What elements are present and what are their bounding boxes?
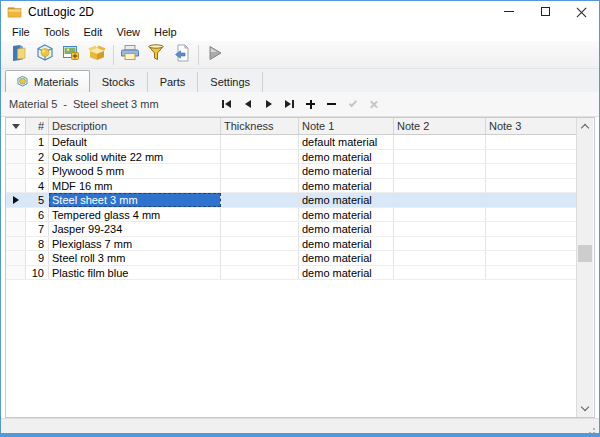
cell-thickness[interactable] bbox=[221, 237, 299, 251]
cell-num[interactable]: 8 bbox=[26, 237, 49, 251]
menu-help[interactable]: Help bbox=[147, 24, 184, 40]
cell-note1[interactable]: demo material bbox=[299, 208, 394, 222]
next-record-button[interactable] bbox=[260, 96, 277, 112]
cell-note2[interactable] bbox=[394, 237, 486, 251]
cell-thickness[interactable] bbox=[221, 193, 299, 207]
menu-file[interactable]: File bbox=[5, 24, 37, 40]
cell-note1[interactable]: demo material bbox=[299, 150, 394, 164]
cell-thickness[interactable] bbox=[221, 179, 299, 193]
cell-num[interactable]: 1 bbox=[26, 135, 49, 149]
cell-num[interactable]: 5 bbox=[26, 193, 49, 207]
cell-note3[interactable] bbox=[486, 179, 576, 193]
scrollbar-thumb[interactable] bbox=[578, 245, 592, 262]
parts-button[interactable] bbox=[84, 43, 110, 67]
tab-settings[interactable]: Settings bbox=[198, 72, 263, 92]
cell-note2[interactable] bbox=[394, 208, 486, 222]
cell-description[interactable]: Steel roll 3 mm bbox=[49, 251, 221, 265]
close-button[interactable] bbox=[563, 1, 599, 22]
maximize-button[interactable] bbox=[527, 1, 563, 22]
cell-thickness[interactable] bbox=[221, 208, 299, 222]
cell-thickness[interactable] bbox=[221, 164, 299, 178]
materials-button[interactable] bbox=[32, 43, 58, 67]
cell-note3[interactable] bbox=[486, 193, 576, 207]
cell-note2[interactable] bbox=[394, 179, 486, 193]
cell-thickness[interactable] bbox=[221, 222, 299, 236]
table-row[interactable]: 9Steel roll 3 mmdemo material bbox=[6, 251, 576, 266]
cell-num[interactable]: 10 bbox=[26, 266, 49, 280]
column-header-num[interactable]: # bbox=[26, 118, 49, 134]
insert-record-button[interactable] bbox=[302, 96, 319, 112]
tab-parts[interactable]: Parts bbox=[148, 72, 199, 92]
menu-view[interactable]: View bbox=[109, 24, 147, 40]
column-header-description[interactable]: Description bbox=[49, 118, 221, 134]
cell-thickness[interactable] bbox=[221, 150, 299, 164]
column-select-button[interactable] bbox=[6, 118, 26, 134]
table-row[interactable]: 10Plastic film bluedemo material bbox=[6, 266, 576, 281]
column-header-thickness[interactable]: Thickness bbox=[221, 118, 299, 134]
cell-note3[interactable] bbox=[486, 237, 576, 251]
last-record-button[interactable] bbox=[281, 96, 298, 112]
table-row[interactable]: 1Defaultdefault material bbox=[6, 135, 576, 150]
cell-thickness[interactable] bbox=[221, 135, 299, 149]
cell-note3[interactable] bbox=[486, 150, 576, 164]
cell-num[interactable]: 7 bbox=[26, 222, 49, 236]
cell-note2[interactable] bbox=[394, 150, 486, 164]
cell-note3[interactable] bbox=[486, 266, 576, 280]
cell-note1[interactable]: demo material bbox=[299, 164, 394, 178]
stocks-button[interactable] bbox=[58, 43, 84, 67]
cell-note2[interactable] bbox=[394, 135, 486, 149]
cell-note2[interactable] bbox=[394, 266, 486, 280]
cell-num[interactable]: 9 bbox=[26, 251, 49, 265]
cell-note1[interactable]: demo material bbox=[299, 179, 394, 193]
cell-thickness[interactable] bbox=[221, 266, 299, 280]
cell-description[interactable]: Plexiglass 7 mm bbox=[49, 237, 221, 251]
title-bar[interactable]: CutLogic 2D bbox=[1, 1, 599, 22]
prior-record-button[interactable] bbox=[239, 96, 256, 112]
resize-grip-icon[interactable] bbox=[593, 428, 595, 430]
column-header-note1[interactable]: Note 1 bbox=[299, 118, 394, 134]
cell-num[interactable]: 6 bbox=[26, 208, 49, 222]
cell-note2[interactable] bbox=[394, 164, 486, 178]
run-button[interactable] bbox=[202, 43, 228, 67]
table-row[interactable]: 6Tempered glass 4 mmdemo material bbox=[6, 208, 576, 223]
cell-description[interactable]: Plywood 5 mm bbox=[49, 164, 221, 178]
cell-description[interactable]: Oak solid white 22 mm bbox=[49, 150, 221, 164]
cell-num[interactable]: 4 bbox=[26, 179, 49, 193]
menu-tools[interactable]: Tools bbox=[37, 24, 77, 40]
cell-note1[interactable]: demo material bbox=[299, 222, 394, 236]
first-record-button[interactable] bbox=[218, 96, 235, 112]
import-button[interactable] bbox=[169, 43, 195, 67]
vertical-scrollbar[interactable] bbox=[576, 118, 593, 417]
print-button[interactable] bbox=[117, 43, 143, 67]
cell-note2[interactable] bbox=[394, 193, 486, 207]
tab-stocks[interactable]: Stocks bbox=[90, 72, 148, 92]
menu-edit[interactable]: Edit bbox=[76, 24, 109, 40]
cell-note1[interactable]: demo material bbox=[299, 193, 394, 207]
cell-description[interactable]: Steel sheet 3 mm bbox=[49, 193, 221, 207]
table-row[interactable]: 8Plexiglass 7 mmdemo material bbox=[6, 237, 576, 252]
cell-note2[interactable] bbox=[394, 251, 486, 265]
table-row[interactable]: 3Plywood 5 mmdemo material bbox=[6, 164, 576, 179]
cell-note1[interactable]: demo material bbox=[299, 266, 394, 280]
cell-note1[interactable]: default material bbox=[299, 135, 394, 149]
delete-record-button[interactable] bbox=[323, 96, 340, 112]
cell-num[interactable]: 2 bbox=[26, 150, 49, 164]
cell-note3[interactable] bbox=[486, 208, 576, 222]
cell-description[interactable]: Default bbox=[49, 135, 221, 149]
column-header-note3[interactable]: Note 3 bbox=[486, 118, 576, 134]
scroll-up-button[interactable] bbox=[577, 118, 593, 135]
column-header-note2[interactable]: Note 2 bbox=[394, 118, 486, 134]
cell-description[interactable]: Plastic film blue bbox=[49, 266, 221, 280]
cell-thickness[interactable] bbox=[221, 251, 299, 265]
filter-button[interactable] bbox=[143, 43, 169, 67]
cell-note3[interactable] bbox=[486, 164, 576, 178]
cell-note2[interactable] bbox=[394, 222, 486, 236]
new-project-button[interactable] bbox=[6, 43, 32, 67]
cell-note1[interactable]: demo material bbox=[299, 237, 394, 251]
scroll-down-button[interactable] bbox=[577, 400, 593, 417]
cell-note3[interactable] bbox=[486, 222, 576, 236]
cell-note3[interactable] bbox=[486, 251, 576, 265]
minimize-button[interactable] bbox=[491, 1, 527, 22]
table-row[interactable]: 5Steel sheet 3 mmdemo material bbox=[6, 193, 576, 208]
cell-description[interactable]: MDF 16 mm bbox=[49, 179, 221, 193]
